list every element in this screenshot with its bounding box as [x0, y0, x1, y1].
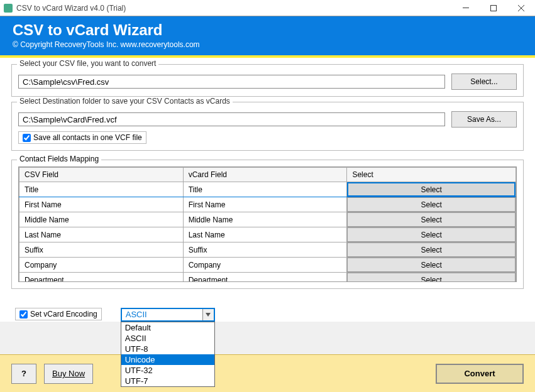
encoding-checkbox[interactable] [19, 310, 28, 318]
csv-field-cell: First Name [19, 197, 184, 212]
encoding-option[interactable]: Unicode [121, 354, 214, 365]
svg-rect-1 [491, 5, 497, 11]
mapping-legend: Contact Fields Mapping [17, 155, 101, 163]
dest-section-legend: Select Destination folder to save your C… [17, 97, 233, 106]
dest-path-input[interactable] [18, 112, 445, 126]
select-cell: Select [347, 212, 516, 227]
vcard-field-cell: Suffix [183, 242, 347, 258]
destination-section: Select Destination folder to save your C… [11, 102, 524, 151]
vcard-field-cell: Middle Name [183, 212, 347, 227]
app-title: CSV to vCard Wizard [13, 21, 522, 39]
save-all-checkbox-wrap[interactable]: Save all contacts in one VCF file [18, 131, 146, 144]
select-cell: Select [347, 242, 516, 258]
encoding-option[interactable]: ASCII [121, 333, 214, 344]
select-cell: Select [347, 258, 516, 273]
vcard-field-cell: First Name [183, 197, 347, 212]
window-title: CSV to vCard Wizard v4.0 (Trial) [16, 4, 452, 13]
select-csv-button[interactable]: Select... [451, 74, 517, 90]
encoding-checkbox-wrap[interactable]: Set vCard Encoding [15, 308, 102, 320]
mapping-section: Contact Fields Mapping CSV Field vCard F… [11, 160, 524, 289]
vcard-field-cell: Title [183, 182, 347, 197]
select-field-button[interactable]: Select [347, 182, 516, 197]
csv-field-cell: Middle Name [19, 212, 184, 227]
select-field-button[interactable]: Select [347, 227, 516, 242]
svg-rect-0 [463, 8, 469, 8]
mapping-header-row: CSV Field vCard Field Select [19, 168, 516, 182]
csv-field-cell: Title [19, 182, 184, 197]
table-row[interactable]: TitleTitleSelect [19, 182, 516, 197]
save-all-label: Save all contacts in one VCF file [33, 133, 142, 142]
select-field-button[interactable]: Select [347, 273, 516, 282]
csv-path-input[interactable] [18, 75, 445, 89]
select-field-button[interactable]: Select [347, 197, 516, 212]
help-button[interactable]: ? [11, 364, 36, 384]
table-row[interactable]: Last NameLast NameSelect [19, 227, 516, 242]
chevron-down-icon[interactable] [202, 309, 214, 320]
vcard-field-cell: Company [183, 258, 347, 273]
col-vcard: vCard Field [183, 168, 347, 182]
titlebar: CSV to vCard Wizard v4.0 (Trial) [0, 0, 535, 16]
encoding-value: ASCII [122, 309, 202, 320]
encoding-option[interactable]: UTF-32 [121, 365, 214, 376]
select-field-button[interactable]: Select [347, 212, 516, 227]
mapping-grid[interactable]: CSV Field vCard Field Select TitleTitleS… [18, 166, 517, 282]
close-button[interactable] [507, 0, 535, 16]
vcard-field-cell: Last Name [183, 227, 347, 242]
encoding-option[interactable]: Default [121, 322, 214, 333]
table-row[interactable]: CompanyCompanySelect [19, 258, 516, 273]
encoding-option[interactable]: UTF-7 [121, 376, 214, 386]
csv-field-cell: Last Name [19, 227, 184, 242]
col-csv: CSV Field [19, 168, 184, 182]
save-all-checkbox[interactable] [23, 134, 31, 142]
buy-now-button[interactable]: Buy Now [44, 364, 93, 384]
header-banner: CSV to vCard Wizard © Copyright Recovery… [0, 16, 535, 55]
footer-bar: ? Buy Now Convert [0, 354, 535, 392]
select-field-button[interactable]: Select [347, 258, 516, 272]
encoding-dropdown-list[interactable]: DefaultASCIIUTF-8UnicodeUTF-32UTF-7 [121, 322, 215, 387]
table-row[interactable]: SuffixSuffixSelect [19, 242, 516, 258]
encoding-option[interactable]: UTF-8 [121, 344, 214, 354]
csv-section-legend: Select your CSV file, you want to conver… [17, 59, 158, 68]
table-row[interactable]: Middle NameMiddle NameSelect [19, 212, 516, 227]
save-as-button[interactable]: Save As... [451, 111, 517, 128]
csv-field-cell: Company [19, 258, 184, 273]
select-cell: Select [347, 273, 516, 283]
convert-button[interactable]: Convert [436, 364, 524, 384]
app-icon [4, 4, 13, 13]
table-row[interactable]: First NameFirst NameSelect [19, 197, 516, 212]
select-cell: Select [347, 227, 516, 242]
table-row[interactable]: DepartmentDepartmentSelect [19, 273, 516, 283]
col-select: Select [347, 168, 516, 182]
select-cell: Select [347, 182, 516, 197]
csv-file-section: Select your CSV file, you want to conver… [11, 64, 524, 97]
csv-field-cell: Department [19, 273, 184, 283]
encoding-label: Set vCard Encoding [30, 310, 97, 318]
csv-field-cell: Suffix [19, 242, 184, 258]
select-cell: Select [347, 197, 516, 212]
encoding-combo[interactable]: ASCII DefaultASCIIUTF-8UnicodeUTF-32UTF-… [121, 308, 215, 322]
maximize-button[interactable] [480, 0, 507, 16]
copyright-text: © Copyright RecoveryTools Inc. www.recov… [13, 40, 522, 49]
minimize-button[interactable] [452, 0, 480, 16]
select-field-button[interactable]: Select [347, 242, 516, 257]
vcard-field-cell: Department [183, 273, 347, 283]
